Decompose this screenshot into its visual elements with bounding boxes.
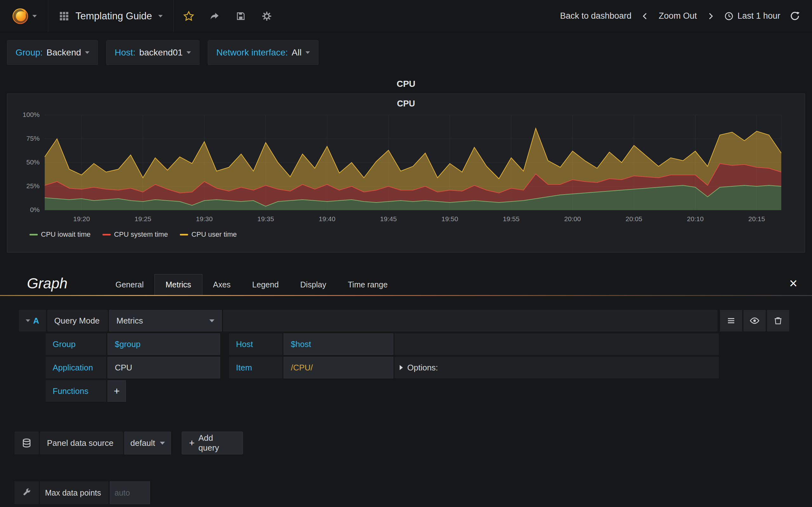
max-data-points-row: Max data points: [14, 481, 812, 504]
legend-series-swatch: [30, 234, 38, 235]
host-field[interactable]: $host: [284, 333, 393, 355]
datasource-dropdown[interactable]: default: [124, 432, 171, 454]
x-axis-label: 19:30: [190, 215, 219, 223]
x-axis-label: 19:20: [67, 215, 96, 223]
editor-tabs: General Metrics Axes Legend Display Time…: [105, 274, 398, 295]
time-range-label: Last 1 hour: [738, 11, 780, 21]
legend-series-swatch: [180, 234, 188, 235]
eye-icon: [750, 316, 760, 326]
tab-metrics[interactable]: Metrics: [154, 274, 202, 295]
legend-series-swatch: [102, 234, 111, 235]
settings-button[interactable]: [254, 0, 280, 32]
save-icon: [236, 11, 246, 21]
variable-group-dropdown[interactable]: Group: Backend: [7, 40, 98, 65]
options-toggle[interactable]: Options:: [395, 357, 719, 378]
tab-axes[interactable]: Axes: [202, 274, 242, 295]
x-axis-label: 19:50: [435, 215, 464, 223]
x-axis-label: 20:15: [742, 215, 771, 223]
item-field[interactable]: /CPU/: [284, 357, 393, 378]
chevron-down-icon: [209, 320, 214, 322]
application-field[interactable]: CPU: [107, 357, 220, 378]
query-mode-label: Query Mode: [47, 310, 108, 331]
chevron-right-icon: [400, 365, 403, 370]
variable-value: Backend: [47, 48, 81, 58]
y-axis-label: 25%: [7, 182, 40, 190]
tab-display[interactable]: Display: [290, 274, 337, 295]
x-axis-label: 19:25: [129, 215, 158, 223]
tab-general[interactable]: General: [105, 274, 154, 295]
y-axis-label: 50%: [7, 158, 40, 166]
cpu-chart: 0%25%50%75%100%19:2019:2519:3019:3519:40…: [7, 113, 805, 251]
add-function-button[interactable]: +: [107, 380, 126, 402]
variable-netif-dropdown[interactable]: Network interface: All: [208, 40, 318, 65]
plus-icon: +: [189, 438, 195, 448]
datasource-row: Panel data source default + Add query: [14, 432, 812, 454]
query-menu-button[interactable]: [720, 310, 742, 331]
x-axis-label: 20:00: [558, 215, 587, 223]
dashboard-title-button[interactable]: Templating Guide: [48, 0, 174, 32]
tab-legend[interactable]: Legend: [241, 274, 289, 295]
navbar-right: Back to dashboard Zoom Out Last 1 hour: [560, 0, 812, 32]
query-mode-value: Metrics: [116, 316, 143, 326]
y-axis-label: 75%: [7, 135, 40, 142]
group-field[interactable]: $group: [107, 333, 220, 355]
zoom-out-button[interactable]: Zoom Out: [659, 11, 697, 21]
chevron-down-icon: [187, 51, 191, 54]
add-query-button[interactable]: + Add query: [182, 432, 243, 454]
panel-type-label: Graph: [27, 275, 78, 295]
query-collapse-toggle[interactable]: A: [19, 310, 46, 331]
time-picker-button[interactable]: Last 1 hour: [724, 11, 780, 21]
close-icon[interactable]: ×: [789, 278, 798, 289]
query-disable-button[interactable]: [744, 310, 766, 331]
chevron-down-icon: [160, 442, 165, 445]
host-label: Host: [229, 333, 282, 355]
tab-time-range[interactable]: Time range: [337, 274, 399, 295]
y-axis-label: 0%: [7, 206, 40, 214]
legend-item[interactable]: CPU system time: [102, 230, 168, 239]
x-axis-label: 19:45: [374, 215, 403, 223]
query-row-spacer: [223, 310, 717, 331]
legend-series-name: CPU system time: [114, 230, 168, 239]
database-icon: [21, 438, 32, 448]
variable-value: All: [292, 48, 302, 58]
legend-item[interactable]: CPU user time: [180, 230, 237, 239]
refresh-button[interactable]: [790, 11, 800, 21]
navbar-actions: [174, 0, 280, 32]
hamburger-menu-icon: [726, 316, 736, 326]
panel-editor: Graph General Metrics Axes Legend Displa…: [0, 263, 812, 504]
query-mode-dropdown[interactable]: Metrics: [109, 310, 222, 331]
variable-host-dropdown[interactable]: Host: backend01: [106, 40, 200, 65]
x-axis-label: 19:55: [497, 215, 526, 223]
back-to-dashboard-button[interactable]: Back to dashboard: [560, 11, 631, 21]
legend-item[interactable]: CPU iowait time: [30, 230, 90, 239]
cpu-panel: CPU 0%25%50%75%100%19:2019:2519:3019:351…: [7, 94, 805, 252]
share-button[interactable]: [202, 0, 228, 32]
template-variables-row: Group: Backend Host: backend01 Network i…: [0, 32, 812, 72]
cpu-graph-plot[interactable]: [45, 115, 781, 210]
max-data-points-input[interactable]: [110, 481, 150, 504]
group-label: Group: [46, 333, 106, 355]
add-query-label: Add query: [199, 433, 236, 453]
panel-title[interactable]: CPU: [7, 94, 805, 109]
legend-series-name: CPU user time: [191, 230, 237, 239]
group-value: $group: [115, 339, 141, 349]
datasource-value: default: [131, 438, 155, 448]
x-axis-label: 19:40: [312, 215, 342, 223]
time-shift-right-button[interactable]: [706, 11, 715, 21]
star-button[interactable]: [176, 0, 202, 32]
chevron-down-icon: [26, 320, 30, 322]
query-row-a: A Query Mode Metrics: [19, 310, 789, 331]
query-row-group-host: Group $group Host $host: [46, 333, 720, 355]
item-label: Item: [229, 357, 282, 378]
grafana-logo-button[interactable]: [0, 0, 48, 32]
chevron-down-icon: [158, 15, 163, 17]
time-shift-left-button[interactable]: [641, 11, 649, 21]
host-value: $host: [291, 339, 311, 349]
query-letter: A: [33, 316, 39, 326]
chevron-right-icon: [706, 11, 715, 21]
datasource-icon-cell: [14, 432, 39, 454]
query-delete-button[interactable]: [767, 310, 789, 331]
save-button[interactable]: [228, 0, 254, 32]
chevron-down-icon: [305, 51, 310, 54]
application-label: Application: [46, 357, 106, 378]
